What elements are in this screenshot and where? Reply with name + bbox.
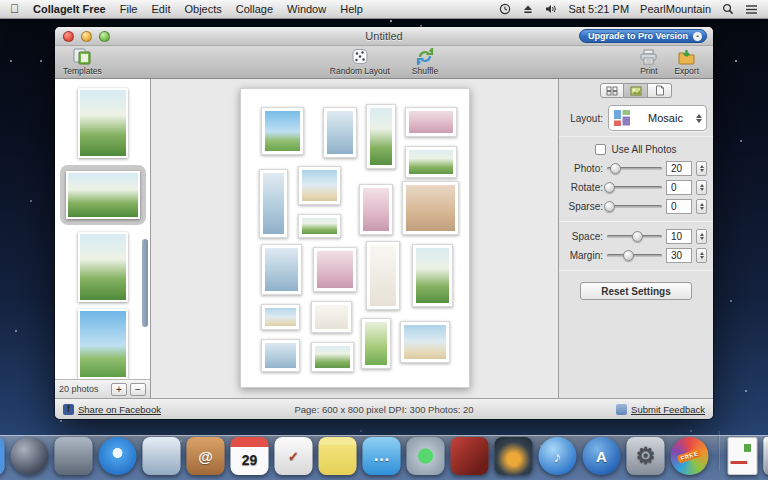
dock-finder-icon[interactable] bbox=[0, 437, 5, 475]
margin-value-field[interactable]: 30 bbox=[666, 248, 692, 263]
time-machine-icon[interactable] bbox=[499, 3, 511, 15]
collage-photo-4[interactable] bbox=[405, 107, 457, 137]
collage-photo-12[interactable] bbox=[313, 247, 356, 292]
dock-iphoto-icon[interactable] bbox=[495, 437, 533, 475]
layout-popup[interactable]: Mosaic bbox=[608, 105, 707, 131]
collage-photo-5[interactable] bbox=[405, 146, 457, 179]
app-menu-title[interactable]: CollageIt Free bbox=[33, 3, 106, 15]
remove-photos-button[interactable]: − bbox=[130, 383, 146, 396]
menu-objects[interactable]: Objects bbox=[184, 3, 221, 15]
layout-row: Layout: Mosaic bbox=[559, 101, 713, 131]
thumbnail-image bbox=[78, 88, 128, 158]
collage-photo-18[interactable] bbox=[400, 321, 450, 363]
sparse-stepper[interactable] bbox=[696, 199, 707, 214]
layout-tab[interactable] bbox=[600, 83, 624, 98]
collage-photo-7[interactable] bbox=[298, 166, 341, 205]
space-stepper[interactable] bbox=[696, 229, 707, 244]
shuffle-button[interactable]: Shuffle bbox=[408, 47, 442, 77]
collage-photo-15[interactable] bbox=[261, 304, 300, 331]
photo-stepper[interactable] bbox=[696, 161, 707, 176]
collage-photo-11[interactable] bbox=[261, 244, 302, 295]
collage-photo-16[interactable] bbox=[311, 301, 352, 334]
random-layout-button[interactable]: Random Layout bbox=[326, 47, 394, 77]
submit-feedback-link[interactable]: Submit Feedback bbox=[616, 404, 705, 415]
rotate-value-field[interactable]: 0 bbox=[666, 180, 692, 195]
dock-contacts-icon[interactable]: @ bbox=[187, 437, 225, 475]
dock-app-store-icon[interactable]: A bbox=[583, 437, 621, 475]
sidebar-thumbnail-3[interactable] bbox=[60, 232, 146, 302]
sidebar-scrollbar[interactable] bbox=[141, 79, 149, 379]
dock-reminders-icon[interactable]: ✓ bbox=[275, 437, 313, 475]
use-all-photos-checkbox[interactable] bbox=[595, 144, 606, 155]
space-slider[interactable] bbox=[607, 230, 662, 243]
menu-username[interactable]: PearlMountain bbox=[640, 3, 711, 15]
page-tab[interactable] bbox=[648, 83, 672, 98]
photos-tab[interactable] bbox=[624, 83, 648, 98]
menu-window[interactable]: Window bbox=[287, 3, 326, 15]
sidebar-scrollbar-thumb[interactable] bbox=[142, 239, 148, 327]
dock-launchpad-icon[interactable] bbox=[11, 437, 49, 475]
collage-page[interactable] bbox=[240, 88, 470, 388]
menu-edit[interactable]: Edit bbox=[151, 3, 170, 15]
collage-photo-1[interactable] bbox=[261, 107, 304, 155]
dock-system-preferences-icon[interactable]: ⚙ bbox=[627, 437, 665, 475]
spotlight-icon[interactable] bbox=[722, 3, 734, 15]
upgrade-to-pro-button[interactable]: Upgrade to Pro Version - bbox=[579, 29, 707, 43]
collage-photo-2[interactable] bbox=[323, 107, 357, 158]
menu-help[interactable]: Help bbox=[340, 3, 363, 15]
sparse-slider[interactable] bbox=[607, 200, 662, 213]
menu-file[interactable]: File bbox=[120, 3, 138, 15]
collage-photo-14[interactable] bbox=[412, 244, 453, 307]
menu-collage[interactable]: Collage bbox=[236, 3, 273, 15]
photo-slider-thumb[interactable] bbox=[610, 163, 621, 174]
rotate-stepper[interactable] bbox=[696, 180, 707, 195]
dock-notes-icon[interactable] bbox=[319, 437, 357, 475]
dock-itunes-icon[interactable]: ♪ bbox=[539, 437, 577, 475]
dock-movies-icon[interactable] bbox=[451, 437, 489, 475]
dock-mission-control-icon[interactable] bbox=[55, 437, 93, 475]
use-all-photos-row[interactable]: Use All Photos bbox=[559, 142, 713, 159]
space-value-field[interactable]: 10 bbox=[666, 229, 692, 244]
dock-safari-icon[interactable] bbox=[99, 437, 137, 475]
sidebar-thumbnail-4[interactable] bbox=[60, 309, 146, 379]
apple-menu-icon[interactable]:  bbox=[10, 3, 19, 15]
dock-calendar-icon[interactable]: 29 bbox=[231, 437, 269, 475]
margin-stepper[interactable] bbox=[696, 248, 707, 263]
sidebar-thumbnail-2[interactable] bbox=[60, 165, 146, 225]
menu-list-icon[interactable] bbox=[745, 4, 758, 15]
dock-document-icon[interactable] bbox=[728, 437, 758, 475]
dock-collageit-icon[interactable]: FREE bbox=[671, 437, 709, 475]
collage-photo-3[interactable] bbox=[366, 104, 396, 170]
dock-facetime-icon[interactable] bbox=[407, 437, 445, 475]
reset-settings-button[interactable]: Reset Settings bbox=[580, 282, 692, 300]
add-photos-button[interactable]: + bbox=[111, 383, 127, 396]
dock-messages-icon[interactable]: … bbox=[363, 437, 401, 475]
space-slider-thumb[interactable] bbox=[632, 231, 643, 242]
sparse-value-field[interactable]: 0 bbox=[666, 199, 692, 214]
divider bbox=[559, 270, 713, 271]
sidebar-thumbnail-1[interactable] bbox=[60, 88, 146, 158]
collage-photo-9[interactable] bbox=[359, 184, 393, 235]
rotate-slider[interactable] bbox=[607, 181, 662, 194]
photo-value-field[interactable]: 20 bbox=[666, 161, 692, 176]
margin-slider-thumb[interactable] bbox=[623, 250, 634, 261]
rotate-slider-thumb[interactable] bbox=[604, 182, 615, 193]
collage-photo-13[interactable] bbox=[366, 241, 400, 310]
dock-preview-icon[interactable] bbox=[143, 437, 181, 475]
collage-photo-20[interactable] bbox=[311, 342, 354, 372]
collage-photo-10[interactable] bbox=[402, 181, 459, 235]
menu-clock[interactable]: Sat 5:21 PM bbox=[569, 3, 630, 15]
share-facebook-link[interactable]: f Share on Facebook bbox=[63, 404, 161, 415]
dock-trash-icon[interactable] bbox=[764, 437, 768, 475]
photo-slider[interactable] bbox=[607, 162, 662, 175]
eject-icon[interactable] bbox=[522, 3, 534, 15]
collage-photo-6[interactable] bbox=[259, 169, 289, 238]
title-bar[interactable]: Untitled Upgrade to Pro Version - bbox=[55, 27, 713, 46]
collage-canvas[interactable] bbox=[151, 79, 558, 398]
collage-photo-8[interactable] bbox=[298, 214, 341, 238]
margin-slider[interactable] bbox=[607, 249, 662, 262]
collage-photo-19[interactable] bbox=[261, 339, 300, 372]
sparse-slider-thumb[interactable] bbox=[604, 201, 615, 212]
volume-icon[interactable] bbox=[545, 3, 558, 15]
collage-photo-17[interactable] bbox=[361, 318, 391, 369]
